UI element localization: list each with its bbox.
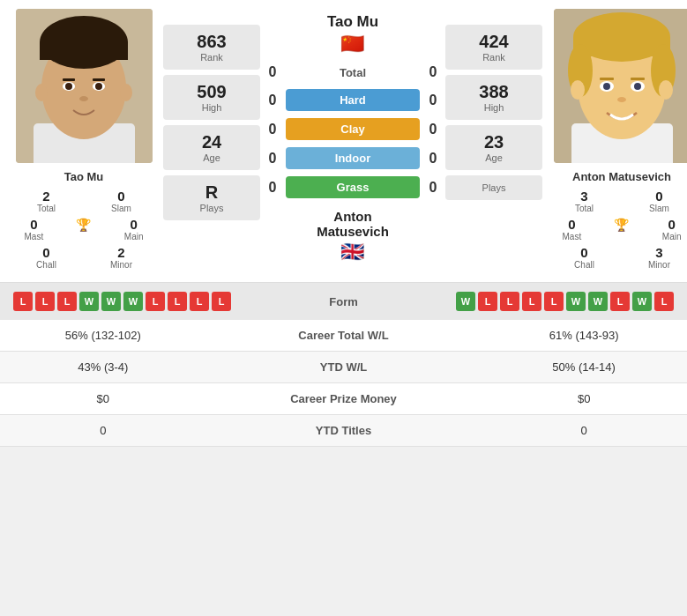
player1-total-cell: 2 Total (26, 189, 66, 213)
player2-main-cell: 0 Main (652, 217, 687, 241)
svg-point-12 (79, 96, 88, 101)
total-right: 0 (425, 64, 441, 80)
form-badge: L (610, 292, 630, 311)
player2-stat-row-3: 0 Chall 3 Minor (547, 245, 687, 270)
player1-chall-label: Chall (26, 260, 66, 270)
player2-slam-value: 0 (639, 189, 679, 204)
form-badge: W (123, 292, 143, 311)
player2-chall-label: Chall (564, 260, 604, 270)
player2-high-label: High (461, 102, 526, 113)
player2-mast-value: 0 (552, 217, 592, 232)
player2-name: Anton Matusevich (572, 170, 671, 183)
prize-label: Career Prize Money (206, 383, 482, 415)
career-wl-row: 56% (132-102) Career Total W/L 61% (143-… (0, 320, 687, 352)
clay-row: 0 Clay 0 (265, 118, 441, 140)
player2-prize: $0 (481, 383, 687, 415)
player1-high-value: 509 (179, 82, 244, 102)
prize-row: $0 Career Prize Money $0 (0, 383, 687, 415)
player2-high-value: 388 (461, 82, 526, 102)
player1-stat-row-2: 0 Mast 🏆 0 Main (9, 217, 159, 241)
player2-center-stats: 424 Rank 388 High 23 Age Plays (441, 9, 547, 273)
grass-badge: Grass (286, 176, 420, 198)
score-section: Tao Mu 🇨🇳 0 Total 0 0 Hard 0 0 Clay 0 (265, 9, 441, 273)
form-badge: W (456, 292, 475, 311)
svg-point-26 (634, 83, 641, 90)
clay-right: 0 (425, 122, 441, 137)
player1-stat-row-1: 2 Total 0 Slam (9, 189, 159, 213)
svg-rect-11 (93, 78, 105, 81)
player2-minor-value: 3 (639, 245, 679, 260)
indoor-row: 0 Indoor 0 (265, 147, 441, 169)
grass-right: 0 (425, 180, 441, 196)
player1-chall-value: 0 (26, 245, 66, 260)
player2-name-top: AntonMatusevich (317, 209, 389, 239)
player2-total-value: 3 (564, 189, 604, 204)
player2-age-value: 23 (461, 132, 526, 152)
total-left: 0 (265, 64, 280, 80)
player2-chall-value: 0 (564, 245, 604, 260)
form-label: Form (329, 295, 358, 308)
svg-point-14 (120, 84, 132, 101)
player1-photo (16, 9, 153, 163)
player2-trophy: 🏆 (601, 217, 641, 241)
form-badge: L (13, 292, 33, 311)
player2-main-value: 0 (652, 217, 687, 232)
form-badge: L (35, 292, 55, 311)
career-wl-label: Career Total W/L (206, 320, 482, 352)
player1-main-label: Main (114, 232, 153, 241)
total-label: Total (280, 66, 425, 79)
player2-rank-value: 424 (461, 32, 526, 52)
player1-minor-cell: 2 Minor (101, 245, 141, 270)
player2-rank-label: Rank (461, 52, 526, 63)
player1-plays-box: R Plays (163, 175, 260, 220)
player1-trophy: 🏆 (63, 217, 103, 241)
hard-right: 0 (425, 93, 441, 108)
trophy-icon-right: 🏆 (614, 218, 629, 232)
stats-table: 56% (132-102) Career Total W/L 61% (143-… (0, 320, 687, 447)
player2-stats: 3 Total 0 Slam 0 Mast 🏆 (547, 189, 687, 273)
player2-slam-label: Slam (639, 204, 679, 213)
player2-flag: 🇬🇧 (340, 241, 364, 263)
indoor-right: 0 (425, 151, 441, 167)
player1-center-stats: 863 Rank 509 High 24 Age R Plays (159, 9, 265, 273)
form-badge: W (101, 292, 121, 311)
player1-stat-row-3: 0 Chall 2 Minor (9, 245, 159, 270)
player2-chall-cell: 0 Chall (564, 245, 604, 270)
player1-titles: 0 (0, 415, 206, 447)
player2-total-cell: 3 Total (564, 189, 604, 213)
player2-section: Anton Matusevich 3 Total 0 Slam 0 Mast (547, 9, 687, 273)
player2-minor-label: Minor (639, 260, 679, 270)
player1-rank-value: 863 (179, 32, 244, 52)
player1-age-value: 24 (179, 132, 244, 152)
indoor-badge: Indoor (286, 147, 420, 169)
player2-age-label: Age (461, 152, 526, 163)
player1-high-label: High (179, 102, 244, 113)
clay-left: 0 (265, 122, 280, 137)
main-container: Tao Mu 2 Total 0 Slam 0 Mast (0, 0, 687, 447)
svg-point-31 (659, 80, 673, 100)
player2-stat-row-2: 0 Mast 🏆 0 Main (547, 217, 687, 241)
top-section: Tao Mu 2 Total 0 Slam 0 Mast (0, 0, 687, 282)
titles-label: YTD Titles (206, 415, 482, 447)
player1-ytd-wl: 43% (3-4) (0, 352, 206, 383)
player1-slam-label: Slam (101, 204, 141, 213)
player1-name-top: Tao Mu (327, 13, 378, 31)
player2-titles: 0 (481, 415, 687, 447)
svg-point-24 (603, 83, 610, 90)
player2-photo (554, 9, 688, 163)
player2-age-box: 23 Age (445, 125, 542, 170)
form-badge: L (57, 292, 77, 311)
clay-badge: Clay (286, 118, 420, 140)
player1-slam-value: 0 (101, 189, 141, 204)
trophy-icon-left: 🏆 (76, 218, 91, 232)
form-badge: W (79, 292, 99, 311)
form-section: LLLWWWLLLL Form WLLLLWWLWL (0, 282, 687, 320)
player2-minor-cell: 3 Minor (639, 245, 679, 270)
player2-main-label: Main (652, 232, 687, 241)
player1-high-box: 509 High (163, 75, 260, 120)
player1-main-value: 0 (114, 217, 153, 232)
player2-ytd-wl: 50% (14-14) (481, 352, 687, 383)
player2-high-box: 388 High (445, 75, 542, 120)
form-badge: L (212, 292, 231, 311)
player2-total-label: Total (564, 204, 604, 213)
